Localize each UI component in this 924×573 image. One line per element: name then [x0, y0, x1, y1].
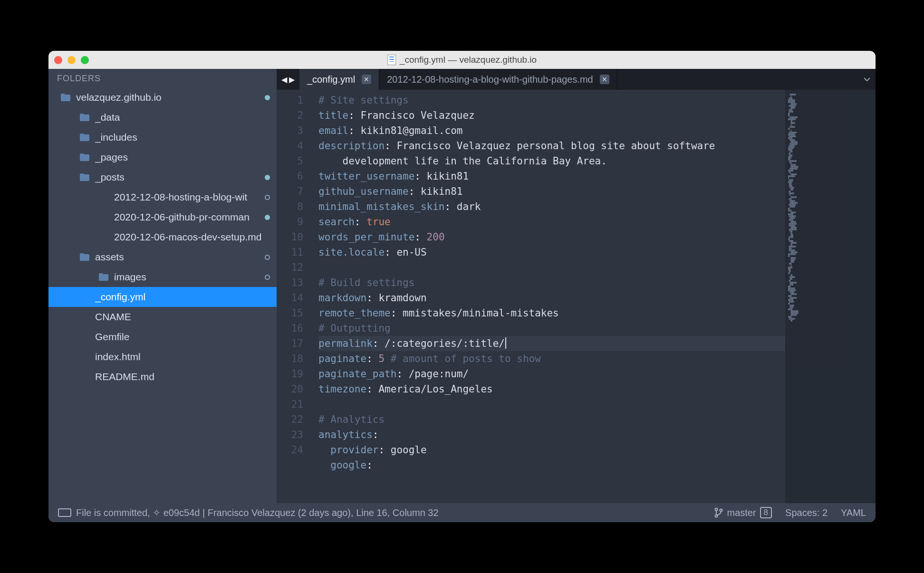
code-line: permalink: /:categories/:title/: [318, 336, 785, 351]
status-bar: File is committed, ✧ e09c54d | Francisco…: [48, 503, 876, 522]
file-icon: [79, 372, 90, 382]
file-icon: [79, 352, 90, 362]
folder-icon: [79, 113, 90, 122]
file-item[interactable]: Gemfile: [48, 327, 277, 347]
tab[interactable]: 2012-12-08-hosting-a-blog-with-github-pa…: [379, 69, 617, 90]
sidebar: FOLDERS velazquez.github.io_data_include…: [48, 69, 277, 503]
file-tree[interactable]: velazquez.github.io_data_includes_pages_…: [48, 87, 277, 503]
code-line: title: Francisco Velazquez: [318, 108, 785, 123]
window-title-text: _config.yml — velazquez.github.io: [400, 55, 537, 65]
code-line: markdown: kramdown: [318, 290, 785, 306]
maximize-button[interactable]: [81, 56, 89, 64]
vcs-status-dot: [265, 95, 270, 100]
line-number: 1: [277, 93, 303, 108]
branch-change-count: 8: [760, 507, 772, 518]
svg-point-2: [720, 509, 722, 512]
close-icon[interactable]: ✕: [362, 75, 371, 84]
tab-history-nav[interactable]: ◀ ▶: [277, 69, 299, 90]
tree-item-label: assets: [95, 251, 261, 263]
code-line: paginate: 5 # amount of posts to show: [318, 351, 785, 366]
svg-point-1: [715, 515, 718, 517]
file-item[interactable]: _config.yml: [48, 287, 277, 307]
line-number: 12: [277, 260, 303, 275]
tab-label: _config.yml: [307, 74, 355, 85]
folder-item[interactable]: _pages: [48, 147, 277, 167]
file-item[interactable]: 2020-12-06-github-pr-comman: [48, 207, 277, 227]
code-line: remote_theme: mmistakes/minimal-mistakes: [318, 306, 785, 321]
folder-icon: [79, 172, 90, 182]
code-line: search: true: [318, 214, 785, 229]
code-content[interactable]: # Site settingstitle: Francisco Velazque…: [310, 90, 785, 503]
line-number: 19: [277, 366, 303, 382]
syntax-status[interactable]: YAML: [841, 507, 866, 518]
folder-item[interactable]: _includes: [48, 127, 277, 147]
nav-forward-icon[interactable]: ▶: [289, 75, 295, 84]
vcs-status-dot: [265, 215, 270, 220]
line-number: 14: [277, 290, 303, 306]
text-cursor: [505, 337, 506, 349]
line-number: 18: [277, 351, 303, 366]
tab-overflow-button[interactable]: [858, 69, 876, 90]
folders-header: FOLDERS: [48, 69, 277, 87]
file-item[interactable]: 2020-12-06-macos-dev-setup.md: [48, 227, 277, 247]
code-line: analytics:: [318, 427, 785, 442]
code-line: words_per_minute: 200: [318, 229, 785, 245]
file-icon: [79, 312, 90, 322]
close-button[interactable]: [54, 56, 62, 64]
folder-item[interactable]: assets: [48, 247, 277, 267]
code-line: minimal_mistakes_skin: dark: [318, 199, 785, 214]
line-number: 6: [277, 169, 303, 184]
code-line: # Outputting: [318, 321, 785, 336]
tree-item-label: images: [114, 271, 261, 283]
line-number: 15: [277, 306, 303, 321]
code-line: twitter_username: kikin81: [318, 169, 785, 184]
folder-item[interactable]: _data: [48, 107, 277, 127]
code-line: # Site settings: [318, 93, 785, 108]
line-number: 3: [277, 123, 303, 138]
folder-item[interactable]: images: [48, 267, 277, 287]
indent-status[interactable]: Spaces: 2: [785, 507, 828, 518]
tab-label: 2012-12-08-hosting-a-blog-with-github-pa…: [387, 74, 593, 85]
code-editor[interactable]: 123456789101112131415161718192021222324 …: [277, 90, 876, 503]
close-icon[interactable]: ✕: [600, 75, 609, 84]
tree-item-label: Gemfile: [95, 331, 270, 343]
tab-bar: ◀ ▶ _config.yml✕2012-12-08-hosting-a-blo…: [277, 69, 876, 90]
folder-item[interactable]: velazquez.github.io: [48, 87, 277, 107]
vcs-status-dot: [265, 255, 270, 260]
minimize-button[interactable]: [67, 56, 76, 64]
tree-item-label: _config.yml: [95, 291, 270, 303]
tree-item-label: CNAME: [95, 311, 270, 323]
file-icon: [79, 292, 90, 302]
tree-item-label: _data: [95, 112, 270, 123]
nav-back-icon[interactable]: ◀: [281, 75, 287, 84]
line-number: 22: [277, 412, 303, 427]
line-number: 11: [277, 245, 303, 260]
code-line: [318, 260, 785, 275]
line-number: 10: [277, 229, 303, 245]
branch-indicator[interactable]: master 8: [714, 507, 772, 518]
status-icon: [58, 508, 71, 517]
tree-item-label: _posts: [95, 172, 261, 183]
file-item[interactable]: 2012-12-08-hosting-a-blog-wit: [48, 187, 277, 207]
file-item[interactable]: index.html: [48, 347, 277, 367]
chevron-down-icon: [864, 77, 870, 82]
vcs-status-dot: [265, 275, 270, 280]
line-number: 9: [277, 214, 303, 229]
file-item[interactable]: README.md: [48, 367, 277, 387]
editor-area: ◀ ▶ _config.yml✕2012-12-08-hosting-a-blo…: [277, 69, 876, 503]
code-line: # Build settings: [318, 275, 785, 290]
minimap[interactable]: ███████ █ ████ ████████ ████████ ███████…: [785, 90, 876, 503]
line-number: 4: [277, 138, 303, 153]
folder-icon: [79, 252, 90, 262]
svg-point-0: [715, 508, 718, 511]
code-line: timezone: America/Los_Angeles: [318, 382, 785, 397]
folder-icon: [79, 133, 90, 142]
tab[interactable]: _config.yml✕: [299, 69, 379, 90]
code-line: # Analytics: [318, 412, 785, 427]
folder-item[interactable]: _posts: [48, 167, 277, 187]
file-item[interactable]: CNAME: [48, 307, 277, 327]
line-number: 21: [277, 397, 303, 412]
line-number: 13: [277, 275, 303, 290]
tree-item-label: _includes: [95, 132, 270, 143]
code-line: google:: [318, 458, 785, 473]
